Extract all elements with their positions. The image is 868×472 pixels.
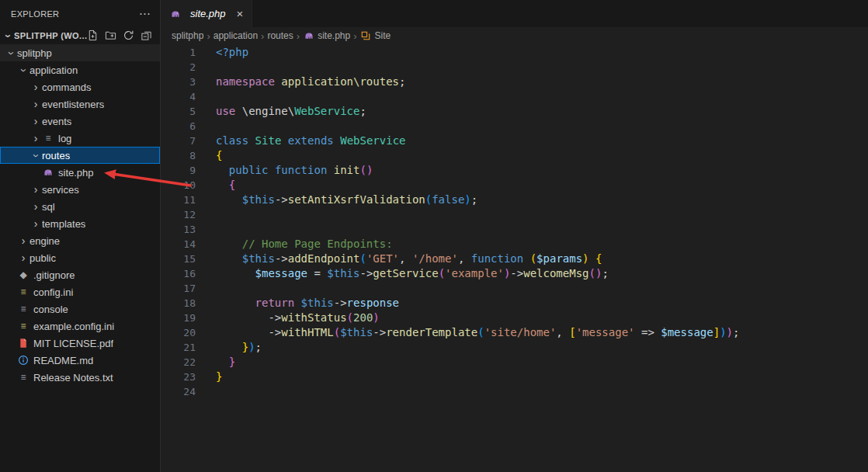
line-number[interactable]: 18 [161, 296, 196, 311]
breadcrumb-item-routes[interactable]: routes [267, 30, 293, 41]
line-number[interactable]: 5 [161, 104, 196, 119]
code-token: withHTML [281, 326, 333, 338]
workspace-name: SPLITPHP (WO... [14, 31, 87, 40]
line-number[interactable]: 23 [161, 370, 196, 384]
line-number[interactable]: 7 [161, 134, 196, 148]
chevron-collapsed-icon: › [30, 82, 42, 93]
line-number[interactable]: 4 [161, 89, 196, 104]
info-icon [17, 354, 30, 366]
tree-item-label: services [42, 184, 79, 196]
ini-icon: ≡ [17, 286, 30, 298]
tree-item-config.ini[interactable]: ≡config.ini [0, 283, 160, 300]
code-token: return [255, 297, 295, 309]
line-number[interactable]: 1 [161, 45, 196, 60]
line-number[interactable]: 10 [161, 178, 196, 193]
tree-item-label: events [42, 116, 71, 127]
line-number[interactable]: 6 [161, 119, 196, 134]
breadcrumb-label: site.php [318, 30, 350, 41]
tree-item-site.php[interactable]: site.php [0, 164, 160, 181]
code-token: , [399, 252, 412, 265]
tree-item-readme.md[interactable]: README.md [0, 352, 160, 369]
new-folder-icon[interactable] [105, 30, 117, 42]
breadcrumb-item-splitphp[interactable]: splitphp [172, 30, 203, 41]
code-editor[interactable]: 1<?php23namespace application\routes;45u… [161, 44, 868, 472]
tree-item-sql[interactable]: ›sql [0, 198, 160, 215]
line-number[interactable]: 21 [161, 340, 196, 355]
line-number[interactable]: 20 [161, 325, 196, 340]
line-number[interactable]: 14 [161, 237, 196, 252]
line-number[interactable]: 2 [161, 60, 196, 75]
line-number[interactable]: 8 [161, 148, 196, 163]
code-text: { [216, 178, 235, 193]
tree-item-events[interactable]: ›events [0, 113, 160, 130]
tree-item-public[interactable]: ›public [0, 249, 160, 266]
tree-item-.gitignore[interactable]: ◆.gitignore [0, 266, 160, 283]
tree-item-mit-license.pdf[interactable]: MIT LICENSE.pdf [0, 335, 160, 352]
git-icon: ◆ [17, 269, 30, 281]
line-number[interactable]: 9 [161, 163, 196, 178]
code-token: ( [359, 164, 366, 176]
tree-item-eventlisteners[interactable]: ›eventlisteners [0, 95, 160, 113]
code-text: ->withHTML($this->renderTemplate('site/h… [216, 325, 739, 340]
collapse-all-icon[interactable] [141, 30, 153, 42]
tree-item-label: splitphp [17, 47, 52, 59]
code-token: , [556, 326, 569, 338]
code-token: ) [727, 326, 733, 338]
new-file-icon[interactable] [87, 30, 99, 42]
tree-item-services[interactable]: ›services [0, 181, 160, 198]
tree-item-application[interactable]: ›application [0, 61, 160, 78]
code-token: $this [242, 252, 275, 265]
line-number[interactable]: 16 [161, 266, 196, 281]
workspace-section-header[interactable]: › SPLITPHP (WO... [0, 27, 160, 44]
line-number[interactable]: 11 [161, 193, 196, 207]
line-number[interactable]: 22 [161, 355, 196, 370]
code-text: ->withStatus(200) [216, 311, 380, 325]
line-number[interactable]: 24 [161, 384, 196, 399]
line-number[interactable]: 15 [161, 252, 196, 266]
code-token: ; [471, 193, 477, 206]
code-text: $message = $this->getService('example')-… [216, 266, 609, 281]
tree-item-label: engine [30, 235, 60, 247]
breadcrumb-item-site.php[interactable]: site.php [303, 30, 350, 42]
code-token: -> [268, 311, 281, 324]
code-token [216, 164, 229, 176]
close-icon[interactable]: × [237, 7, 244, 20]
line-number[interactable]: 3 [161, 75, 196, 89]
line-number[interactable]: 19 [161, 311, 196, 325]
code-token: 200 [353, 311, 373, 324]
code-token: withStatus [281, 311, 346, 324]
code-token [635, 326, 641, 338]
refresh-icon[interactable] [123, 30, 135, 42]
tree-item-routes[interactable]: ›routes [0, 147, 160, 164]
line-number[interactable]: 17 [161, 281, 196, 296]
breadcrumb-item-site[interactable]: Site [360, 30, 391, 42]
breadcrumb-label: Site [375, 30, 391, 41]
code-line: 16 $message = $this->getService('example… [161, 266, 868, 281]
tree-item-templates[interactable]: ›templates [0, 215, 160, 232]
code-token: ) [464, 193, 470, 206]
more-actions-icon[interactable]: ⋯ [139, 8, 151, 19]
code-token [654, 326, 661, 338]
code-token: -> [359, 267, 373, 279]
chevron-expanded-icon: › [2, 30, 14, 42]
tree-item-engine[interactable]: ›engine [0, 232, 160, 249]
explorer-header: EXPLORER ⋯ [0, 0, 160, 27]
code-token: -> [275, 193, 288, 206]
tree-item-splitphp[interactable]: ›splitphp [0, 44, 160, 61]
line-number[interactable]: 12 [161, 207, 196, 222]
code-token [216, 193, 242, 206]
line-number[interactable]: 13 [161, 222, 196, 237]
tree-item-example.config.ini[interactable]: ≡example.config.ini [0, 318, 160, 335]
code-token: 'site/home' [484, 326, 557, 338]
chevron-collapsed-icon: › [17, 235, 30, 247]
breadcrumb-item-application[interactable]: application [214, 30, 258, 41]
code-token: WebService [340, 134, 405, 147]
code-token: = [307, 267, 327, 279]
tree-item-release-notes.txt[interactable]: ≡Release Notes.txt [0, 369, 160, 386]
code-line: 1<?php [161, 45, 868, 60]
tree-item-commands[interactable]: ›commands [0, 78, 160, 95]
tree-item-console[interactable]: ≡console [0, 300, 160, 318]
tab-site-php[interactable]: site.php × [161, 0, 252, 27]
code-token: ( [477, 326, 484, 338]
tree-item-log[interactable]: ›≡log [0, 130, 160, 147]
